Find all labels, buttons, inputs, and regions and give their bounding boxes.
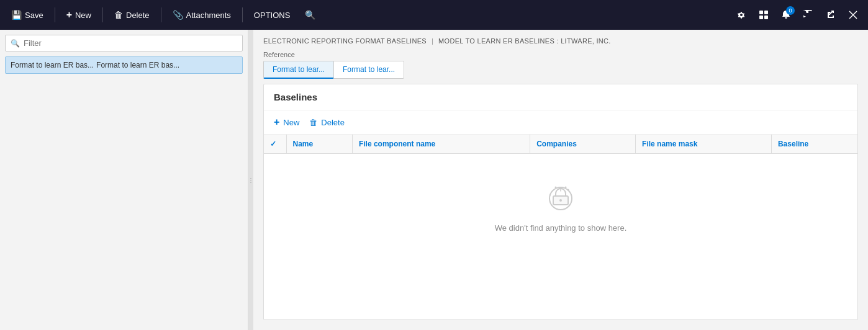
baselines-table-wrap: Name File component name Companies File … <box>264 135 857 319</box>
separator-2 <box>102 7 103 22</box>
svg-rect-1 <box>764 11 768 14</box>
ref-tab-label-1: Format to lear... <box>343 65 395 74</box>
baselines-title: Baselines <box>264 84 857 110</box>
reference-label: Reference <box>263 51 858 58</box>
col-name-label: Name <box>293 140 314 148</box>
popout-icon-btn[interactable] <box>821 5 841 25</box>
search-icon <box>305 10 315 20</box>
filter-input[interactable] <box>24 38 237 48</box>
title-bar-right: 0 <box>731 5 863 25</box>
save-icon <box>11 10 22 20</box>
notification-icon-btn[interactable]: 0 <box>776 5 796 25</box>
svg-point-8 <box>567 189 569 191</box>
attachments-button[interactable]: Attachments <box>166 6 237 24</box>
baselines-toolbar: + New 🗑 Delete <box>264 110 857 135</box>
ref-tab-label-0: Format to lear... <box>273 65 325 74</box>
save-label: Save <box>25 11 43 20</box>
empty-state: We didn't find anything to show here. <box>264 154 857 257</box>
svg-point-6 <box>559 199 562 202</box>
col-baseline[interactable]: Baseline <box>771 135 857 154</box>
list-item[interactable]: Format to learn ER bas... Format to lear… <box>5 56 243 74</box>
new-label: New <box>75 11 91 20</box>
col-companies[interactable]: Companies <box>530 135 636 154</box>
separator-1 <box>55 7 55 22</box>
svg-rect-0 <box>759 11 763 14</box>
baselines-table: Name File component name Companies File … <box>264 135 857 257</box>
delete-label: Delete <box>126 11 150 20</box>
reference-tabs: Format to lear... Format to lear... <box>263 61 858 79</box>
col-file-name-mask[interactable]: File name mask <box>636 135 772 154</box>
title-bar: Save New Delete Attachments OPTIONS 0 <box>0 0 868 30</box>
close-icon-btn[interactable] <box>843 5 863 25</box>
svg-point-9 <box>555 187 557 189</box>
options-label: OPTIONS <box>254 11 291 20</box>
list-item-text-1: Format to learn ER bas... <box>11 61 94 69</box>
check-icon <box>270 140 276 148</box>
breadcrumb: ELECTRONIC REPORTING FORMAT BASELINES | … <box>253 30 868 48</box>
delete-button[interactable]: Delete <box>108 6 156 24</box>
baselines-delete-button[interactable]: 🗑 Delete <box>309 117 345 128</box>
left-panel: Format to learn ER bas... Format to lear… <box>0 30 248 330</box>
breadcrumb-part1: ELECTRONIC REPORTING FORMAT BASELINES <box>263 37 427 45</box>
new-icon <box>66 9 72 20</box>
refresh-icon-btn[interactable] <box>798 5 818 25</box>
empty-icon <box>542 179 579 216</box>
empty-message: We didn't find anything to show here. <box>495 223 627 233</box>
baselines-new-icon: + <box>274 117 279 128</box>
col-check[interactable] <box>264 135 286 154</box>
col-file-name-mask-label: File name mask <box>642 140 697 148</box>
col-name[interactable]: Name <box>286 135 352 154</box>
svg-rect-2 <box>759 16 763 19</box>
separator-4 <box>242 7 243 22</box>
empty-state-row: We didn't find anything to show here. <box>264 154 857 258</box>
filter-box[interactable] <box>5 35 243 51</box>
col-companies-label: Companies <box>536 140 577 148</box>
attach-icon <box>173 10 183 20</box>
delete-icon <box>114 10 123 20</box>
notification-badge: 0 <box>786 6 795 15</box>
baselines-new-button[interactable]: + New <box>274 115 299 129</box>
separator-3 <box>161 7 161 22</box>
splitter[interactable]: ⋮ <box>248 30 253 330</box>
settings-icon-btn[interactable] <box>731 5 751 25</box>
table-header-row: Name File component name Companies File … <box>264 135 857 154</box>
col-baseline-label: Baseline <box>778 140 808 148</box>
ref-tab-0[interactable]: Format to lear... <box>263 61 333 79</box>
col-file-component[interactable]: File component name <box>352 135 530 154</box>
breadcrumb-part2: MODEL TO LEARN ER BASELINES : LITWARE, I… <box>438 37 611 45</box>
col-file-component-label: File component name <box>359 140 435 148</box>
breadcrumb-separator: | <box>432 37 433 45</box>
attachments-label: Attachments <box>186 11 231 20</box>
list-item-text-2: Format to learn ER bas... <box>96 61 179 69</box>
reference-section: Reference Format to lear... Format to le… <box>253 48 868 84</box>
options-button[interactable]: OPTIONS <box>248 7 297 24</box>
ref-tab-1[interactable]: Format to lear... <box>333 61 404 79</box>
search-button[interactable] <box>299 6 322 24</box>
office-icon-btn[interactable] <box>754 5 774 25</box>
right-panel: ELECTRONIC REPORTING FORMAT BASELINES | … <box>253 30 868 330</box>
baselines-delete-label: Delete <box>321 118 345 127</box>
svg-rect-3 <box>764 16 768 19</box>
baselines-delete-icon: 🗑 <box>309 118 317 127</box>
main-layout: Format to learn ER bas... Format to lear… <box>0 30 868 330</box>
svg-point-7 <box>565 187 567 189</box>
baselines-container: Baselines + New 🗑 Delete <box>263 84 858 320</box>
save-button[interactable]: Save <box>5 6 50 24</box>
filter-icon <box>11 38 20 48</box>
new-button[interactable]: New <box>60 6 97 24</box>
baselines-new-label: New <box>283 118 299 127</box>
